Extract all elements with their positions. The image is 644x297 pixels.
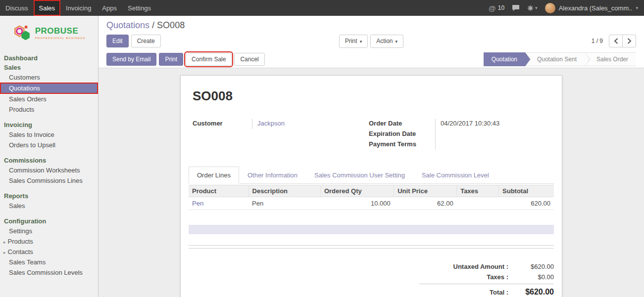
taxes-label: Taxes : xyxy=(419,273,508,281)
column-header-ordered-qty[interactable]: Ordered Qty xyxy=(320,185,394,197)
menu-apps[interactable]: Apps xyxy=(97,0,122,16)
line-unit-price: 62.00 xyxy=(394,197,457,210)
app-logo[interactable]: PROBUSE PROFESSIONAL BUSINESS xyxy=(0,16,98,50)
menu-discuss[interactable]: Discuss xyxy=(0,0,34,16)
untaxed-amount-label: Untaxed Amount : xyxy=(419,263,508,270)
sidebar-item-commission-worksheets[interactable]: Commission Worksheets xyxy=(0,165,98,175)
sidebar: PROBUSE PROFESSIONAL BUSINESS Dashboard … xyxy=(0,16,99,297)
sidebar-item-sales-commissions-lines[interactable]: Sales Commissions Lines xyxy=(0,175,98,186)
status-step-quotation-sent[interactable]: Quotation Sent xyxy=(525,52,585,66)
sidebar-item-config-products[interactable]: ▸Products xyxy=(0,236,98,247)
column-header-unit-price[interactable]: Unit Price xyxy=(394,185,457,197)
mentions-counter[interactable]: @ 10 xyxy=(489,4,504,12)
sidebar-item-sales-orders[interactable]: Sales Orders xyxy=(0,94,98,104)
line-description: Pen xyxy=(248,197,320,210)
column-header-taxes[interactable]: Taxes xyxy=(457,185,499,197)
tab-sales-commission-user-setting[interactable]: Sales Commission User Setting xyxy=(306,167,413,184)
column-header-product[interactable]: Product xyxy=(189,185,248,197)
total-label: Total : xyxy=(419,289,508,296)
section-separator xyxy=(189,245,554,249)
logo-title: PROBUSE xyxy=(35,27,86,35)
sidebar-item-sales-to-invoice[interactable]: Sales to Invoice xyxy=(0,129,98,140)
sidebar-item-orders-to-upsell[interactable]: Orders to Upsell xyxy=(0,140,98,150)
sidebar-item-config-settings[interactable]: Settings xyxy=(0,226,98,236)
mention-count: 10 xyxy=(498,4,504,11)
order-line-row[interactable]: Pen Pen 10.000 62.00 620.00 xyxy=(189,197,554,210)
at-icon: @ xyxy=(489,4,496,12)
caret-down-icon: ▾ xyxy=(360,39,362,44)
print-button[interactable]: Print xyxy=(159,53,183,66)
sidebar-item-label: Contacts xyxy=(8,248,33,255)
debug-menu[interactable]: ▾ xyxy=(527,5,538,11)
sidebar-item-dashboard[interactable]: Dashboard xyxy=(0,53,98,63)
chevron-right-icon xyxy=(627,38,632,44)
notebook-tabs: Order Lines Other Information Sales Comm… xyxy=(189,167,554,184)
breadcrumb: Quotations / SO008 xyxy=(106,16,636,31)
statusbar-row: Send by Email Print Confirm Sale Cancel … xyxy=(106,52,636,68)
status-step-sales-order[interactable]: Sales Order xyxy=(585,52,636,66)
caret-down-icon: ▾ xyxy=(636,5,638,10)
table-header-row: Product Description Ordered Qty Unit Pri… xyxy=(189,185,554,197)
cancel-button[interactable]: Cancel xyxy=(234,53,264,66)
menu-invoicing[interactable]: Invoicing xyxy=(60,0,97,16)
control-panel: Quotations / SO008 Edit Create Print▾ Ac… xyxy=(99,16,644,68)
menu-settings[interactable]: Settings xyxy=(122,0,156,16)
chat-icon[interactable] xyxy=(512,4,520,11)
sidebar-section-invoicing[interactable]: Invoicing xyxy=(0,120,98,129)
print-dropdown-button[interactable]: Print▾ xyxy=(339,35,368,48)
untaxed-amount-value: $620.00 xyxy=(508,263,554,270)
sidebar-section-configuration[interactable]: Configuration xyxy=(0,216,98,226)
pager-counter: 1 / 9 xyxy=(592,38,603,44)
menu-sales[interactable]: Sales xyxy=(34,0,61,16)
sidebar-item-sales-commission-levels[interactable]: Sales Commission Levels xyxy=(0,267,98,278)
document-title: SO008 xyxy=(193,88,550,104)
totals-block: Untaxed Amount : $620.00 Taxes : $0.00 T… xyxy=(419,261,554,297)
pager-next-button[interactable] xyxy=(622,35,636,47)
status-step-quotation[interactable]: Quotation xyxy=(484,52,525,66)
confirm-sale-button[interactable]: Confirm Sale xyxy=(186,53,232,66)
tab-other-information[interactable]: Other Information xyxy=(239,167,306,184)
empty-note-row xyxy=(189,225,554,234)
order-date-label: Order Date xyxy=(369,119,435,129)
payment-terms-label: Payment Terms xyxy=(369,139,435,150)
taxes-value: $0.00 xyxy=(508,273,554,281)
column-header-subtotal[interactable]: Subtotal xyxy=(499,185,554,197)
chevron-right-icon: ▸ xyxy=(3,250,6,255)
caret-down-icon: ▾ xyxy=(396,39,398,44)
sidebar-item-products[interactable]: Products xyxy=(0,104,98,115)
document-fields: Customer Jackpson Order Date 04/20/2017 … xyxy=(193,119,550,150)
expiration-date-label: Expiration Date xyxy=(369,129,435,139)
line-ordered-qty: 10.000 xyxy=(320,197,394,210)
send-by-email-button[interactable]: Send by Email xyxy=(106,53,156,66)
create-button[interactable]: Create xyxy=(131,35,161,47)
sidebar-section-reports[interactable]: Reports xyxy=(0,191,98,201)
customer-label: Customer xyxy=(193,119,252,129)
customer-value-link[interactable]: Jackpson xyxy=(252,119,369,129)
logo-text: PROBUSE PROFESSIONAL BUSINESS xyxy=(35,27,86,40)
expiration-date-value xyxy=(435,129,550,139)
breadcrumb-quotations-link[interactable]: Quotations xyxy=(106,20,149,30)
pager-buttons xyxy=(609,35,636,47)
edit-button[interactable]: Edit xyxy=(106,35,129,47)
sidebar-section-commissions[interactable]: Commissions xyxy=(0,156,98,165)
tab-order-lines[interactable]: Order Lines xyxy=(189,167,239,184)
sidebar-item-quotations[interactable]: Quotations xyxy=(0,83,98,94)
action-dropdown-button[interactable]: Action▾ xyxy=(370,35,403,48)
sidebar-item-sales-teams[interactable]: Sales Teams xyxy=(0,257,98,267)
sidebar-section-sales[interactable]: Sales xyxy=(0,63,98,72)
order-date-value: 04/20/2017 10:30:43 xyxy=(435,119,550,129)
sidebar-item-config-contacts[interactable]: ▸Contacts xyxy=(0,247,98,257)
statusbar: Quotation Quotation Sent Sales Order xyxy=(484,52,636,66)
line-product[interactable]: Pen xyxy=(189,197,248,210)
sidebar-item-customers[interactable]: Customers xyxy=(0,72,98,83)
user-menu[interactable]: Alexandra (Sales_comm.. ▾ xyxy=(545,3,638,13)
sidebar-item-reports-sales[interactable]: Sales xyxy=(0,201,98,211)
control-panel-buttons-row: Edit Create Print▾ Action▾ 1 / 9 xyxy=(106,35,636,47)
breadcrumb-current: SO008 xyxy=(157,20,185,30)
main-content: Quotations / SO008 Edit Create Print▾ Ac… xyxy=(99,16,644,297)
tab-sale-commission-level[interactable]: Sale Commission Level xyxy=(413,167,497,184)
pager-previous-button[interactable] xyxy=(609,35,623,47)
app-menus: Discuss Sales Invoicing Apps Settings xyxy=(0,0,156,16)
sidebar-item-label: Products xyxy=(8,238,33,245)
column-header-description[interactable]: Description xyxy=(248,185,320,197)
